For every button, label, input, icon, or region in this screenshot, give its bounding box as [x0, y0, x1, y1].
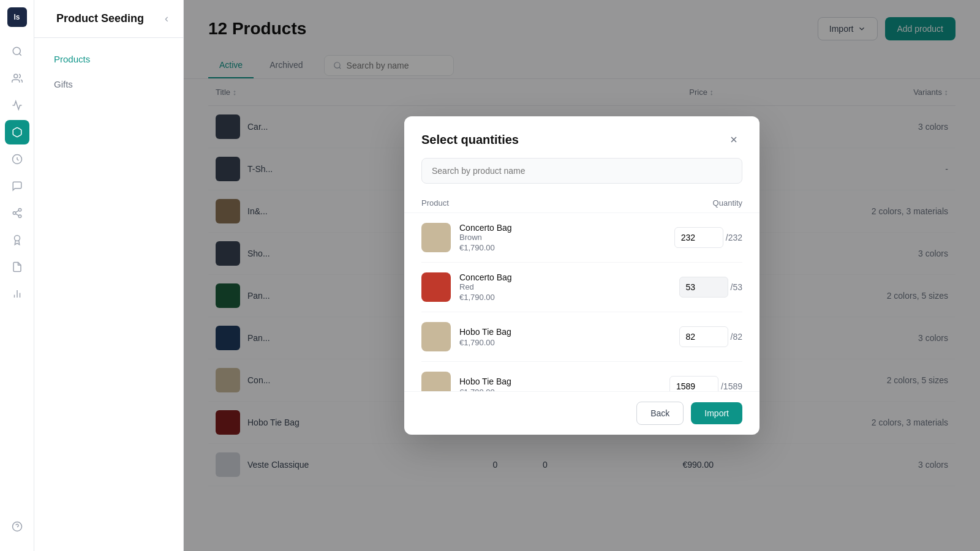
product-variant: Red: [459, 282, 512, 291]
quantity-input[interactable]: [669, 376, 718, 391]
product-info: Concerto Bag Red €1,790.00: [421, 272, 512, 302]
svg-point-8: [14, 236, 20, 241]
modal-title: Select quantities: [421, 133, 519, 147]
integrations-nav-icon[interactable]: [5, 201, 29, 225]
modal-close-button[interactable]: [725, 131, 742, 148]
quantity-input[interactable]: [679, 326, 728, 347]
sidebar-title: Product Seeding: [56, 12, 165, 25]
modal-product-item: Hobo Tie Bag €1,790.00 /1589: [421, 362, 742, 391]
product-thumbnail: [421, 223, 451, 252]
messages-nav-icon[interactable]: [5, 174, 29, 198]
modal-footer: Back Import: [404, 391, 760, 435]
modal-overlay: Select quantities Product Quantity Conce: [184, 0, 980, 551]
product-price: €1,790.00: [459, 243, 512, 252]
product-name: Concerto Bag: [459, 223, 512, 233]
quantity-input[interactable]: [674, 227, 723, 248]
users-nav-icon[interactable]: [5, 66, 29, 91]
rewards-nav-icon[interactable]: [5, 228, 29, 252]
payments-nav-icon[interactable]: [5, 147, 29, 171]
modal-search-container: [404, 158, 760, 193]
product-price: €1,790.00: [459, 293, 512, 302]
help-icon[interactable]: [5, 514, 29, 539]
quantity-group: /232: [674, 227, 742, 248]
modal-product-list: Concerto Bag Brown €1,790.00 /232: [404, 213, 760, 391]
select-quantities-modal: Select quantities Product Quantity Conce: [404, 116, 760, 435]
product-price: €1,790.00: [459, 338, 511, 347]
quantity-group: /53: [679, 277, 742, 298]
svg-line-7: [15, 211, 18, 212]
product-info: Hobo Tie Bag €1,790.00: [421, 372, 511, 391]
product-name: Hobo Tie Bag: [459, 327, 511, 337]
svg-point-4: [13, 212, 16, 215]
sidebar-item-products[interactable]: Products: [44, 48, 173, 70]
back-button[interactable]: Back: [636, 402, 684, 425]
svg-point-3: [18, 209, 21, 212]
main-content: 12 Products Import Add product Active Ar…: [184, 0, 980, 551]
modal-product-item: Concerto Bag Brown €1,790.00 /232: [421, 213, 742, 263]
sidebar-header: Product Seeding ‹: [34, 0, 183, 38]
campaigns-nav-icon[interactable]: [5, 93, 29, 118]
product-thumbnail: [421, 322, 451, 351]
sidebar-nav: Products Gifts: [34, 38, 183, 551]
quantity-max: /82: [731, 332, 742, 342]
quantity-group: /1589: [669, 376, 742, 391]
product-info: Hobo Tie Bag €1,790.00: [421, 322, 511, 351]
modal-header: Select quantities: [404, 116, 760, 158]
sidebar-icon-strip: ls: [0, 0, 34, 551]
product-name: Hobo Tie Bag: [459, 377, 511, 386]
product-thumbnail: [421, 372, 451, 391]
sidebar: Product Seeding ‹ Products Gifts: [34, 0, 184, 551]
col-product-label: Product: [421, 198, 449, 208]
modal-table-header: Product Quantity: [404, 193, 760, 213]
sidebar-collapse-button[interactable]: ‹: [165, 12, 168, 25]
quantity-input[interactable]: [679, 277, 728, 298]
search-nav-icon[interactable]: [5, 39, 29, 64]
product-name: Concerto Bag: [459, 272, 512, 282]
col-quantity-label: Quantity: [713, 198, 742, 208]
products-nav-icon[interactable]: [5, 120, 29, 144]
product-thumbnail: [421, 272, 451, 302]
app-logo: ls: [7, 7, 27, 27]
reports-nav-icon[interactable]: [5, 255, 29, 279]
sidebar-item-gifts[interactable]: Gifts: [44, 73, 173, 96]
modal-product-item: Hobo Tie Bag €1,790.00 /82: [421, 312, 742, 362]
modal-search-input[interactable]: [421, 158, 742, 184]
close-icon: [729, 135, 739, 144]
svg-point-0: [13, 47, 20, 54]
modal-product-item: Concerto Bag Red €1,790.00 /53: [421, 263, 742, 312]
svg-point-5: [18, 215, 21, 218]
product-info: Concerto Bag Brown €1,790.00: [421, 223, 512, 252]
modal-import-button[interactable]: Import: [691, 402, 742, 424]
svg-line-6: [15, 214, 18, 216]
quantity-max: /232: [726, 233, 742, 242]
product-variant: Brown: [459, 233, 512, 242]
quantity-group: /82: [679, 326, 742, 347]
quantity-max: /1589: [721, 381, 742, 391]
quantity-max: /53: [731, 282, 742, 292]
analytics-nav-icon[interactable]: [5, 282, 29, 306]
svg-point-1: [13, 74, 17, 78]
